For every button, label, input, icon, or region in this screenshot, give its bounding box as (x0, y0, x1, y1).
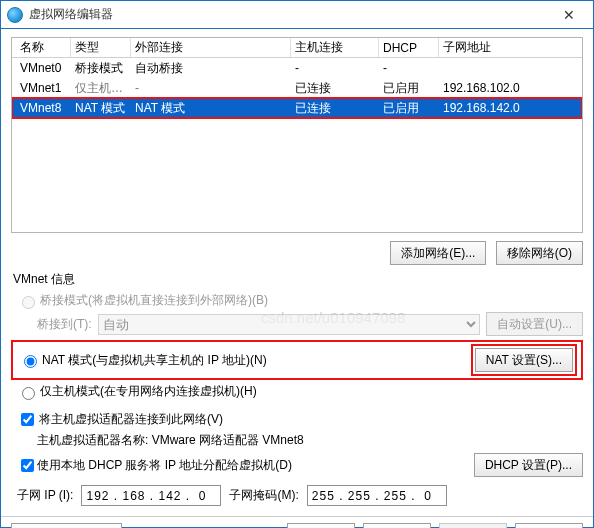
dialog-window: 虚拟网络编辑器 ✕ csdn.net/u010947098 名称 类型 外部连接… (0, 0, 594, 528)
cell-dhcp: 已启用 (379, 100, 439, 117)
nat-settings-button[interactable]: NAT 设置(S)... (475, 348, 573, 372)
vmnet-info-label: VMnet 信息 (13, 271, 583, 288)
host-adapter-name-value: VMware 网络适配器 VMnet8 (152, 433, 304, 447)
host-adapter-label: 将主机虚拟适配器连接到此网络(V) (39, 411, 223, 428)
subnet-mask-input[interactable] (307, 485, 447, 506)
restore-defaults-button[interactable]: 还原默认设置(R) (11, 523, 122, 528)
dhcp-settings-button[interactable]: DHCP 设置(P)... (474, 453, 583, 477)
subnet-ip-input[interactable] (81, 485, 221, 506)
cell-subnet: 192.168.102.0 (439, 81, 578, 95)
nat-mode-radio-row[interactable]: NAT 模式(与虚拟机共享主机的 IP 地址)(N) (19, 352, 267, 369)
nat-mode-block: NAT 模式(与虚拟机共享主机的 IP 地址)(N) NAT 设置(S)... (11, 340, 583, 380)
bridge-mode-label: 桥接模式(将虚拟机直接连接到外部网络)(B) (40, 292, 268, 309)
titlebar: 虚拟网络编辑器 ✕ (1, 1, 593, 29)
col-name[interactable]: 名称 (16, 38, 71, 57)
network-buttons: 添加网络(E)... 移除网络(O) (11, 241, 583, 265)
bridge-mode-radio (22, 296, 35, 309)
hostonly-mode-radio-row[interactable]: 仅主机模式(在专用网络内连接虚拟机)(H) (17, 383, 583, 400)
col-ext[interactable]: 外部连接 (131, 38, 291, 57)
bridge-mode-radio-row: 桥接模式(将虚拟机直接连接到外部网络)(B) (17, 292, 583, 309)
add-network-button[interactable]: 添加网络(E)... (390, 241, 486, 265)
cell-type: NAT 模式 (71, 100, 131, 117)
col-dhcp[interactable]: DHCP (379, 38, 439, 57)
dhcp-row: 使用本地 DHCP 服务将 IP 地址分配给虚拟机(D) DHCP 设置(P).… (17, 453, 583, 477)
apply-button[interactable]: 应用(A) (439, 523, 507, 528)
dialog-buttons: 还原默认设置(R) 确定 取消 应用(A) 帮助 (1, 516, 593, 528)
col-host[interactable]: 主机连接 (291, 38, 379, 57)
host-adapter-name-label: 主机虚拟适配器名称: (37, 433, 148, 447)
nat-settings-highlight: NAT 设置(S)... (471, 344, 577, 376)
hostonly-mode-label: 仅主机模式(在专用网络内连接虚拟机)(H) (40, 383, 257, 400)
globe-icon (7, 7, 23, 23)
table-row-selected[interactable]: VMnet8 NAT 模式 NAT 模式 已连接 已启用 192.168.142… (12, 98, 582, 118)
subnet-mask-label: 子网掩码(M): (229, 487, 298, 504)
cancel-button[interactable]: 取消 (363, 523, 431, 528)
host-adapter-checkbox[interactable] (21, 413, 34, 426)
cell-ext: 自动桥接 (131, 60, 291, 77)
cell-dhcp: - (379, 61, 439, 75)
host-adapter-check-row[interactable]: 将主机虚拟适配器连接到此网络(V) (17, 410, 583, 429)
close-button[interactable]: ✕ (549, 4, 589, 26)
cell-name: VMnet8 (16, 101, 71, 115)
dhcp-checkbox[interactable] (21, 459, 34, 472)
table-header: 名称 类型 外部连接 主机连接 DHCP 子网地址 (12, 38, 582, 58)
hostonly-mode-radio[interactable] (22, 387, 35, 400)
cell-ext: NAT 模式 (131, 100, 291, 117)
auto-set-button: 自动设置(U)... (486, 312, 583, 336)
bridge-to-row: 桥接到(T): 自动 自动设置(U)... (37, 312, 583, 336)
cell-dhcp: 已启用 (379, 80, 439, 97)
cell-type: 仅主机… (71, 80, 131, 97)
network-table: 名称 类型 外部连接 主机连接 DHCP 子网地址 VMnet0 桥接模式 自动… (11, 37, 583, 233)
cell-name: VMnet0 (16, 61, 71, 75)
cell-ext: - (131, 81, 291, 95)
host-adapter-name-row: 主机虚拟适配器名称: VMware 网络适配器 VMnet8 (37, 432, 583, 449)
dhcp-label: 使用本地 DHCP 服务将 IP 地址分配给虚拟机(D) (37, 457, 292, 474)
help-button[interactable]: 帮助 (515, 523, 583, 528)
table-row[interactable]: VMnet1 仅主机… - 已连接 已启用 192.168.102.0 (12, 78, 582, 98)
nat-mode-label: NAT 模式(与虚拟机共享主机的 IP 地址)(N) (42, 352, 267, 369)
subnet-row: 子网 IP (I): 子网掩码(M): (17, 485, 583, 506)
subnet-ip-label: 子网 IP (I): (17, 487, 73, 504)
ok-button[interactable]: 确定 (287, 523, 355, 528)
table-row[interactable]: VMnet0 桥接模式 自动桥接 - - (12, 58, 582, 78)
window-title: 虚拟网络编辑器 (29, 6, 549, 23)
cell-host: - (291, 61, 379, 75)
cell-type: 桥接模式 (71, 60, 131, 77)
nat-mode-radio[interactable] (24, 355, 37, 368)
bridge-to-label: 桥接到(T): (37, 316, 92, 333)
cell-host: 已连接 (291, 80, 379, 97)
bridge-to-select: 自动 (98, 314, 481, 335)
cell-host: 已连接 (291, 100, 379, 117)
cell-subnet: 192.168.142.0 (439, 101, 578, 115)
col-type[interactable]: 类型 (71, 38, 131, 57)
cell-name: VMnet1 (16, 81, 71, 95)
remove-network-button[interactable]: 移除网络(O) (496, 241, 583, 265)
col-subnet[interactable]: 子网地址 (439, 38, 578, 57)
